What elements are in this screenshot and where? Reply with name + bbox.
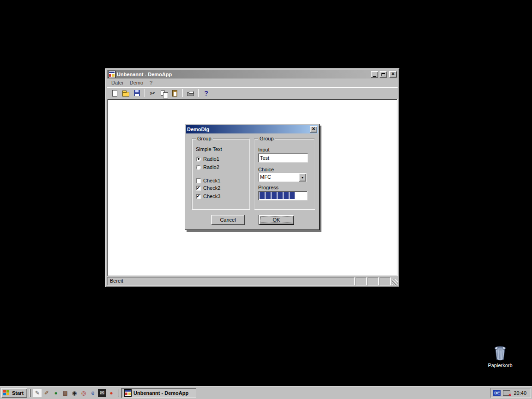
status-pane bbox=[380, 277, 391, 285]
maximize-icon bbox=[381, 73, 385, 76]
web-globe-icon[interactable]: ● bbox=[52, 389, 60, 397]
minimize-icon bbox=[373, 76, 376, 77]
combobox-value: MFC bbox=[259, 173, 299, 181]
windows-logo-icon bbox=[3, 390, 10, 396]
checkbox-icon bbox=[196, 186, 201, 191]
maximize-button[interactable] bbox=[380, 71, 387, 78]
ok-button[interactable]: OK bbox=[259, 215, 294, 225]
radio-label: Radio2 bbox=[203, 164, 219, 170]
book-icon[interactable]: ▤ bbox=[61, 389, 69, 397]
start-button[interactable]: Start bbox=[1, 388, 27, 398]
radio-button-icon bbox=[196, 165, 201, 170]
new-document-icon bbox=[112, 90, 117, 97]
progress-segment bbox=[266, 192, 271, 199]
status-text: Bereit bbox=[107, 277, 355, 285]
resize-grip[interactable] bbox=[392, 279, 398, 285]
radio-button-icon bbox=[196, 157, 201, 162]
choice-label: Choice bbox=[258, 167, 274, 172]
recycle-bin-icon bbox=[492, 345, 508, 361]
checkbox-label: Check1 bbox=[203, 178, 220, 183]
help-icon bbox=[204, 90, 208, 97]
cut-button[interactable] bbox=[147, 88, 158, 98]
taskbar: Start ✎✐●▤◉◎e✉● Unbenannt - DemoApp DE 2… bbox=[0, 386, 532, 399]
demo-dialog: DemoDlg × Group Simple Text Radio1 Radio… bbox=[185, 124, 320, 230]
status-pane bbox=[356, 277, 367, 285]
cancel-button[interactable]: Cancel bbox=[211, 215, 245, 225]
app-icon bbox=[124, 389, 132, 397]
paste-icon bbox=[172, 90, 177, 97]
radio-radio2[interactable]: Radio2 bbox=[196, 164, 219, 170]
checkbox-label: Check3 bbox=[203, 193, 220, 199]
group-box-left: Group Simple Text Radio1 Radio2 Check1 C… bbox=[192, 139, 249, 209]
task-button-demoapp[interactable]: Unbenannt - DemoApp bbox=[121, 388, 196, 398]
save-button[interactable] bbox=[132, 88, 142, 98]
desktop-icon-recycle-bin[interactable]: Papierkorb bbox=[483, 345, 517, 368]
target-icon[interactable]: ◎ bbox=[79, 389, 88, 397]
toolbar-separator bbox=[182, 89, 183, 97]
start-label: Start bbox=[12, 390, 24, 396]
chevron-down-icon: ▼ bbox=[301, 176, 304, 179]
desktop-icon-label: Papierkorb bbox=[483, 363, 517, 368]
close-button[interactable]: × bbox=[389, 71, 397, 78]
open-folder-icon bbox=[122, 92, 129, 97]
checkbox-check3[interactable]: Check3 bbox=[196, 193, 220, 199]
group-box-right: Group Input Choice MFC ▼ Progress bbox=[254, 139, 314, 209]
browser-ball-icon[interactable]: ● bbox=[107, 389, 115, 397]
radio-label: Radio1 bbox=[203, 156, 219, 162]
taskbar-grip[interactable] bbox=[118, 389, 119, 397]
main-window-titlebar[interactable]: Unbenannt - DemoApp × bbox=[107, 70, 398, 79]
group-label: Group bbox=[258, 136, 275, 141]
tray-status-icon[interactable] bbox=[503, 390, 510, 396]
copy-button[interactable] bbox=[158, 88, 169, 98]
combobox-dropdown-button[interactable]: ▼ bbox=[299, 173, 306, 181]
static-text: Simple Text bbox=[196, 146, 222, 152]
toolbar bbox=[107, 87, 398, 99]
input-field[interactable] bbox=[258, 153, 308, 163]
taskbar-clock[interactable]: 20:40 bbox=[513, 390, 526, 396]
status-pane bbox=[368, 277, 379, 285]
progress-label: Progress bbox=[258, 185, 278, 190]
dialog-titlebar[interactable]: DemoDlg × bbox=[186, 125, 318, 133]
print-button[interactable] bbox=[185, 88, 196, 98]
close-icon: × bbox=[312, 126, 315, 132]
dialog-title: DemoDlg bbox=[187, 127, 308, 132]
menu-bar: Datei Demo ? bbox=[107, 79, 398, 87]
toolbar-separator bbox=[145, 89, 145, 97]
edit-doc-icon[interactable]: ✎ bbox=[33, 389, 42, 397]
progress-bar bbox=[258, 191, 308, 200]
browser-e-icon[interactable]: e bbox=[89, 389, 97, 397]
checkbox-label: Check2 bbox=[203, 185, 220, 191]
help-button[interactable] bbox=[201, 88, 212, 98]
dialog-close-button[interactable]: × bbox=[310, 126, 317, 133]
copy-icon bbox=[161, 91, 165, 96]
menu-item-datei[interactable]: Datei bbox=[108, 79, 127, 86]
progress-segment bbox=[278, 192, 283, 199]
dialog-body: Group Simple Text Radio1 Radio2 Check1 C… bbox=[186, 133, 318, 229]
menu-item-demo[interactable]: Demo bbox=[127, 79, 146, 86]
print-icon bbox=[187, 92, 194, 96]
progress-segment bbox=[284, 192, 289, 199]
open-button[interactable] bbox=[121, 88, 131, 98]
cut-icon bbox=[150, 90, 156, 97]
app-icon bbox=[108, 71, 115, 78]
task-button-label: Unbenannt - DemoApp bbox=[133, 390, 188, 396]
paste-button[interactable] bbox=[169, 88, 180, 98]
eye-icon[interactable]: ◉ bbox=[70, 389, 79, 397]
new-document-button[interactable] bbox=[109, 88, 120, 98]
radio-radio1[interactable]: Radio1 bbox=[196, 156, 219, 162]
minimize-button[interactable] bbox=[371, 71, 378, 78]
input-label: Input bbox=[258, 147, 269, 152]
group-label: Group bbox=[196, 136, 213, 141]
mail-icon[interactable]: ✉ bbox=[98, 389, 106, 397]
checkbox-check1[interactable]: Check1 bbox=[196, 178, 220, 183]
pen-icon[interactable]: ✐ bbox=[42, 389, 51, 397]
quick-launch: ✎✐●▤◉◎e✉● bbox=[33, 389, 115, 397]
choice-combobox[interactable]: MFC ▼ bbox=[258, 173, 307, 182]
save-icon bbox=[134, 90, 140, 96]
checkbox-check2[interactable]: Check2 bbox=[196, 185, 220, 191]
language-indicator[interactable]: DE bbox=[493, 390, 501, 396]
taskbar-grip[interactable] bbox=[30, 389, 31, 397]
checkbox-icon bbox=[196, 194, 201, 199]
menu-item-help[interactable]: ? bbox=[146, 79, 156, 86]
desktop: Unbenannt - DemoApp × Datei Demo ? Berei bbox=[0, 0, 532, 386]
